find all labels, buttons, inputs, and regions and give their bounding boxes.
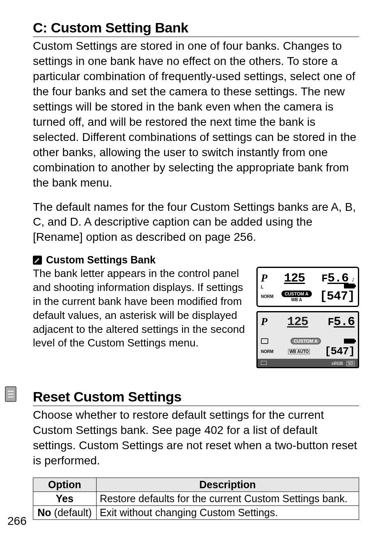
- desc-yes: Restore defaults for the current Custom …: [96, 492, 359, 506]
- aperture-value: 5.6: [327, 271, 348, 285]
- heading-reset-custom: Reset Custom Settings: [33, 389, 359, 406]
- custom-bank-badge: CUSTOM A: [281, 291, 312, 297]
- battery-icon: [344, 284, 355, 288]
- shutter-value: 125: [284, 271, 305, 285]
- battery-icon-2: [344, 339, 355, 344]
- remaining-shots: 547: [327, 289, 348, 303]
- grid-icon: [261, 361, 267, 365]
- desc-no: Exit without changing Custom Settings.: [96, 506, 359, 520]
- opt-yes: Yes: [56, 493, 74, 504]
- comment-icon: [261, 338, 268, 344]
- mode-indicator: P: [261, 272, 267, 284]
- note-title: Custom Settings Bank: [46, 254, 156, 266]
- table-row: Yes Restore defaults for the current Cus…: [33, 492, 359, 506]
- manual-page: C: Custom Setting Bank Custom Settings a…: [0, 0, 392, 540]
- aperture-prefix-2: F: [327, 316, 334, 328]
- quality-indicator: L: [261, 285, 263, 289]
- info-display: P 125 F5.6 CUSTOM A NORM WB AUT: [256, 311, 359, 368]
- opt-no: No: [37, 507, 51, 518]
- control-panel-lcd: P 125 F5.6 ♪ L NORM: [256, 267, 359, 307]
- table-row: No (default) Exit without changing Custo…: [33, 506, 359, 520]
- para-bank-names: The default names for the four Custom Se…: [33, 200, 359, 245]
- note-custom-settings-bank: Custom Settings Bank The bank letter app…: [33, 254, 359, 368]
- aperture-prefix: F: [321, 272, 327, 285]
- para-custom-bank-intro: Custom Settings are stored in one of fou…: [33, 39, 359, 191]
- opt-no-suffix: (default): [51, 507, 92, 518]
- note-body-text: The bank letter appears in the control p…: [33, 267, 250, 350]
- page-number: 266: [7, 515, 27, 528]
- mode-indicator-2: P: [261, 316, 267, 328]
- remaining-shots-2: 547: [331, 345, 349, 358]
- col-description: Description: [96, 478, 359, 492]
- heading-custom-setting-bank: C: Custom Setting Bank: [33, 20, 359, 37]
- sound-icon: ♪: [352, 277, 355, 283]
- col-option: Option: [33, 478, 97, 492]
- wb-label-2: WB AUTO: [288, 349, 310, 354]
- custom-bank-badge-2: CUSTOM A: [291, 338, 321, 344]
- aperture-value-2: 5.6: [334, 315, 355, 329]
- sd-label: SD: [346, 361, 355, 366]
- norm-label-2: NORM: [261, 349, 274, 354]
- norm-label: NORM: [261, 294, 274, 299]
- options-table: Option Description Yes Restore defaults …: [33, 478, 359, 520]
- wb-label: WB A: [291, 298, 302, 302]
- para-reset-desc: Choose whether to restore default settin…: [33, 408, 359, 468]
- pencil-note-icon: [33, 256, 42, 265]
- display-illustrations: P 125 F5.6 ♪ L NORM: [256, 267, 359, 368]
- srgb-label: sRGB: [332, 361, 343, 366]
- section-tab-icon: [5, 386, 16, 402]
- shutter-value-2: 125: [287, 315, 308, 329]
